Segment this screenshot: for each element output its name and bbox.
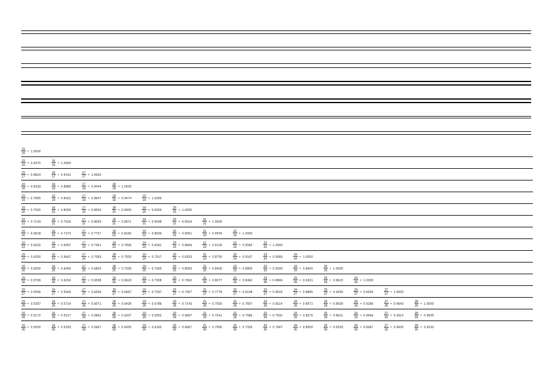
- decimal-value: 0.9048: [152, 220, 162, 223]
- horizontal-rule: [21, 84, 531, 86]
- equals-sign: =: [57, 267, 59, 270]
- fraction-cell: 1523=0.6522: [21, 241, 41, 248]
- denominator: 29: [263, 315, 268, 319]
- fraction-cell: 2626=1.0000: [354, 276, 373, 284]
- equals-sign: =: [209, 231, 210, 235]
- fraction: 1522: [21, 229, 26, 237]
- fraction: 2728: [384, 299, 389, 307]
- fraction: 2024: [172, 253, 177, 260]
- denominator: 29: [233, 315, 237, 319]
- decimal-value: 0.5926: [61, 290, 71, 294]
- fraction: 1822: [112, 229, 117, 237]
- equals-sign: =: [57, 325, 59, 329]
- fraction: 1727: [81, 288, 86, 295]
- fraction: 2029: [172, 311, 177, 319]
- equals-sign: =: [88, 267, 90, 270]
- decimal-value: 0.6429: [121, 302, 131, 305]
- fraction-row: 1521=0.71431621=0.76191721=0.80951821=0.…: [21, 216, 533, 227]
- fraction-cell: 1726=0.6538: [81, 276, 101, 284]
- denominator: 27: [384, 292, 389, 295]
- denominator: 20: [52, 210, 56, 213]
- horizontal-rule: [21, 63, 531, 64]
- decimal-value: 0.8889: [303, 290, 313, 294]
- decimal-value: 0.7917: [152, 255, 162, 258]
- fraction-row: 1528=0.53571628=0.57141728=0.60711828=0.…: [21, 298, 533, 309]
- equals-sign: =: [239, 278, 241, 282]
- decimal-value: 0.6000: [30, 267, 40, 270]
- numerator: 17: [81, 288, 86, 292]
- equals-sign: =: [239, 243, 241, 247]
- fraction: 1827: [112, 288, 117, 295]
- denominator: 22: [52, 233, 56, 237]
- numerator: 19: [142, 229, 147, 233]
- decimal-value: 0.5172: [30, 313, 40, 317]
- fraction-cell: 2123=0.9130: [202, 241, 222, 248]
- denominator: 22: [21, 233, 26, 237]
- fraction: 2428: [293, 299, 298, 307]
- numerator: 20: [172, 253, 177, 257]
- numerator: 22: [233, 311, 237, 315]
- denominator: 26: [21, 280, 26, 284]
- decimal-value: 0.8889: [61, 185, 71, 188]
- denominator: 16: [21, 163, 26, 166]
- fraction-cell: 2426=0.9231: [293, 276, 313, 284]
- denominator: 18: [21, 186, 26, 190]
- fraction: 2028: [172, 299, 177, 307]
- equals-sign: =: [28, 161, 29, 165]
- decimal-value: 1.0000: [273, 243, 283, 247]
- equals-sign: =: [390, 302, 392, 305]
- fraction-cell: 2328=0.8214: [263, 299, 283, 307]
- equals-sign: =: [57, 243, 59, 247]
- fraction: 2225: [233, 264, 237, 272]
- numerator: 18: [112, 299, 117, 304]
- denominator: 22: [172, 233, 177, 237]
- horizontal-rule: [21, 102, 531, 103]
- fraction: 2025: [172, 264, 177, 272]
- fraction: 1819: [112, 194, 117, 202]
- denominator: 23: [172, 245, 177, 248]
- fraction-cell: 1818=1.0000: [112, 182, 132, 190]
- fraction: 1928: [142, 299, 147, 307]
- decimal-value: 0.8800: [243, 267, 253, 270]
- fraction-cell: 1730=0.5667: [81, 323, 101, 331]
- fraction-cell: 2023=0.8696: [172, 241, 192, 248]
- denominator: 20: [142, 210, 147, 213]
- decimal-value: 0.8846: [273, 278, 283, 282]
- fraction-cell: 2326=0.8846: [263, 276, 283, 284]
- denominator: 29: [81, 315, 86, 319]
- rule-pair: [0, 30, 554, 34]
- equals-sign: =: [148, 208, 150, 212]
- denominator: 21: [202, 221, 207, 225]
- numerator: 21: [202, 288, 207, 292]
- denominator: 25: [263, 268, 268, 272]
- numerator: 19: [142, 253, 147, 257]
- fraction-row: 1526=0.57691626=0.61541726=0.65381826=0.…: [21, 274, 533, 286]
- denominator: 27: [202, 292, 207, 295]
- decimal-value: 0.6296: [91, 290, 101, 294]
- decimal-value: 0.8000: [182, 267, 192, 270]
- numerator: 22: [233, 229, 237, 233]
- decimal-value: 0.7895: [30, 196, 40, 200]
- numerator: 15: [21, 159, 26, 163]
- fraction-cell: 2230=0.7333: [233, 323, 253, 331]
- fraction-cell: 1515=1.0000: [21, 147, 41, 155]
- denominator: 23: [202, 245, 207, 248]
- fraction: 1825: [112, 264, 117, 272]
- numerator: 17: [81, 182, 86, 186]
- decimal-value: 0.9643: [393, 302, 403, 305]
- fraction: 1722: [81, 229, 86, 237]
- denominator: 20: [81, 210, 86, 213]
- equals-sign: =: [329, 302, 331, 305]
- equals-sign: =: [269, 290, 271, 294]
- equals-sign: =: [178, 325, 180, 329]
- fraction: 1526: [21, 276, 26, 284]
- equals-sign: =: [88, 325, 90, 329]
- decimal-value: 1.0000: [152, 196, 162, 200]
- fraction-cell: 1527=0.5556: [21, 288, 41, 295]
- numerator: 18: [112, 323, 117, 328]
- denominator: 28: [354, 304, 358, 307]
- decimal-value: 0.8929: [333, 302, 343, 305]
- equals-sign: =: [148, 220, 150, 223]
- fraction-cell: 2424=1.0000: [293, 253, 313, 260]
- fraction-cell: 1624=0.6667: [52, 253, 72, 260]
